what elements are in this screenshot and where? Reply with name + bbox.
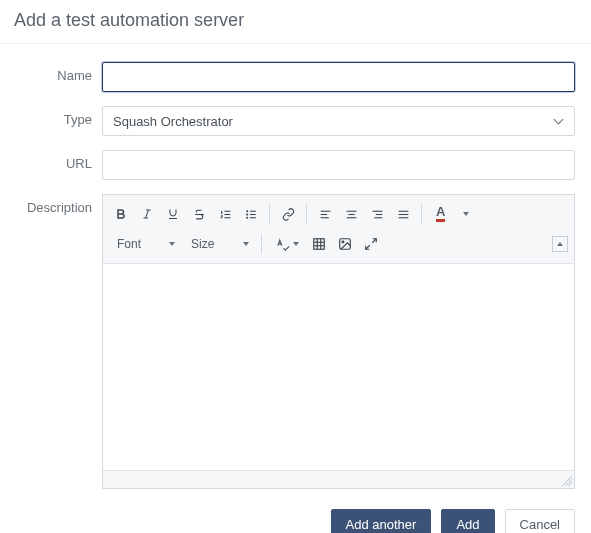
type-select[interactable]: Squash Orchestrator <box>102 106 575 136</box>
svg-point-11 <box>246 210 247 211</box>
text-color-button[interactable]: A <box>428 202 475 226</box>
unordered-list-button[interactable] <box>239 202 263 226</box>
italic-icon <box>141 208 153 220</box>
editor-statusbar <box>103 470 574 488</box>
ordered-list-button[interactable] <box>213 202 237 226</box>
font-size-select[interactable]: Size <box>183 232 255 256</box>
name-input[interactable] <box>102 62 575 92</box>
bold-button[interactable] <box>109 202 133 226</box>
caret-up-icon <box>557 242 563 246</box>
chevron-down-icon <box>554 116 564 126</box>
align-left-icon <box>319 208 332 221</box>
svg-point-32 <box>342 241 344 243</box>
url-input[interactable] <box>102 150 575 180</box>
toolbar-separator <box>269 204 270 224</box>
cancel-button[interactable]: Cancel <box>505 509 575 533</box>
link-icon <box>282 208 295 221</box>
font-family-label: Font <box>117 237 141 251</box>
type-label: Type <box>16 106 102 127</box>
link-button[interactable] <box>276 202 300 226</box>
align-center-button[interactable] <box>339 202 363 226</box>
strikethrough-icon <box>193 208 206 221</box>
field-row-name: Name <box>16 62 575 92</box>
dialog-footer: Add another Add Cancel <box>0 495 591 533</box>
toolbar-separator <box>421 204 422 224</box>
align-right-button[interactable] <box>365 202 389 226</box>
collapse-toolbar-button[interactable] <box>552 236 568 252</box>
strikethrough-button[interactable] <box>187 202 211 226</box>
svg-point-12 <box>246 213 247 214</box>
spellcheck-icon <box>276 237 291 252</box>
bold-icon <box>115 208 127 220</box>
align-justify-button[interactable] <box>391 202 415 226</box>
type-select-value: Squash Orchestrator <box>113 114 233 129</box>
table-button[interactable] <box>307 232 331 256</box>
add-another-button[interactable]: Add another <box>331 509 432 533</box>
caret-down-icon <box>463 212 469 216</box>
dialog-body: Name Type Squash Orchestrator URL D <box>0 44 591 495</box>
description-editor-area[interactable] <box>103 264 574 470</box>
svg-point-13 <box>246 217 247 218</box>
maximize-icon <box>364 237 378 251</box>
resize-grip-icon[interactable] <box>562 476 572 486</box>
ordered-list-icon <box>219 208 232 221</box>
editor-toolbar: A Font Size <box>103 195 574 264</box>
underline-button[interactable] <box>161 202 185 226</box>
unordered-list-icon <box>245 208 258 221</box>
caret-down-icon <box>169 242 175 246</box>
underline-icon <box>167 208 179 220</box>
add-automation-server-dialog: Add a test automation server Name Type S… <box>0 0 591 533</box>
maximize-button[interactable] <box>359 232 383 256</box>
toolbar-separator <box>306 204 307 224</box>
align-center-icon <box>345 208 358 221</box>
caret-down-icon <box>293 242 299 246</box>
font-family-select[interactable]: Font <box>109 232 181 256</box>
description-label: Description <box>16 194 102 215</box>
field-row-description: Description <box>16 194 575 489</box>
svg-rect-26 <box>314 239 325 250</box>
table-icon <box>312 237 326 251</box>
rich-text-editor: A Font Size <box>102 194 575 489</box>
italic-button[interactable] <box>135 202 159 226</box>
text-color-icon: A <box>436 206 445 222</box>
font-size-label: Size <box>191 237 214 251</box>
field-row-type: Type Squash Orchestrator <box>16 106 575 136</box>
url-label: URL <box>16 150 102 171</box>
toolbar-separator <box>261 234 262 254</box>
svg-line-2 <box>146 210 149 218</box>
field-row-url: URL <box>16 150 575 180</box>
add-button[interactable]: Add <box>441 509 494 533</box>
image-button[interactable] <box>333 232 357 256</box>
dialog-title: Add a test automation server <box>0 0 591 44</box>
image-icon <box>338 237 352 251</box>
spellcheck-button[interactable] <box>268 232 305 256</box>
align-justify-icon <box>397 208 410 221</box>
caret-down-icon <box>243 242 249 246</box>
align-right-icon <box>371 208 384 221</box>
name-label: Name <box>16 62 102 83</box>
align-left-button[interactable] <box>313 202 337 226</box>
